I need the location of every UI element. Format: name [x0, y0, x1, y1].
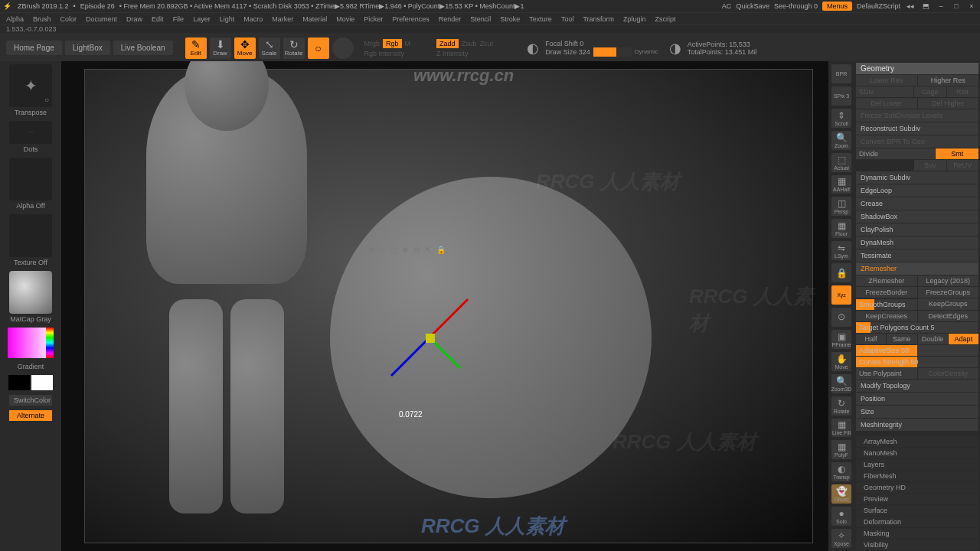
zoom-button[interactable]: 🔍Zoom: [831, 131, 851, 150]
menu-light[interactable]: Light: [220, 15, 235, 23]
menu-zscript[interactable]: Zscript: [655, 15, 676, 23]
gizmo-button[interactable]: ○: [308, 37, 329, 59]
section-surface[interactable]: Surface: [856, 505, 978, 516]
zsub-button[interactable]: Zsub: [462, 40, 477, 47]
section-fibermesh[interactable]: FiberMesh: [856, 471, 978, 481]
freeze-border-button[interactable]: FreezeBorder: [856, 287, 917, 298]
canvas-frame[interactable]: 0.0722 ⚙ ⌂ ⬚ ⊕ ⊙ ⇱ 🔒: [84, 69, 813, 543]
del-higher-button[interactable]: Del Higher: [918, 98, 979, 109]
section-edgeloop[interactable]: EdgeLoop: [856, 184, 978, 197]
scale-mode-button[interactable]: ⤡Scale: [259, 37, 280, 59]
home-page-button[interactable]: Home Page: [6, 41, 62, 55]
color-density-button[interactable]: ColorDensity: [918, 368, 979, 379]
menu-stroke[interactable]: Stroke: [500, 15, 520, 23]
section-dynamesh[interactable]: DynaMesh: [856, 236, 978, 249]
zoom3d-button[interactable]: 🔍Zoom3D: [831, 374, 851, 393]
position-section[interactable]: Position: [856, 393, 978, 405]
menu-brush[interactable]: Brush: [33, 15, 51, 23]
persp-button[interactable]: ◫Persp: [831, 197, 851, 216]
rstr-button[interactable]: Rstr: [947, 86, 979, 97]
pin-icon[interactable]: ⬒: [920, 2, 931, 10]
section-masking[interactable]: Masking: [856, 528, 978, 539]
reuv-button[interactable]: ReUV: [947, 160, 979, 171]
minimize-icon[interactable]: –: [936, 2, 946, 10]
del-lower-button[interactable]: Del Lower: [856, 98, 917, 109]
seethrough-slider[interactable]: See-through 0: [774, 2, 818, 10]
use-polypaint-button[interactable]: Use Polypaint: [856, 368, 917, 379]
quicksave-button[interactable]: QuickSave: [736, 2, 769, 10]
aahalf-button[interactable]: ▦AAHalf: [831, 175, 851, 194]
dynamic-button[interactable]: Dynamic: [635, 48, 658, 55]
polyf-button[interactable]: ▦PolyF: [831, 440, 851, 459]
zadd-button[interactable]: Zadd: [436, 39, 459, 48]
section-zremesher[interactable]: ZRemesher: [856, 262, 978, 275]
transpose-thumb[interactable]: ✦ ○: [9, 64, 52, 107]
gizmo-toolbar-icon[interactable]: ⚙ ⌂ ⬚ ⊕ ⊙ ⇱ 🔒: [368, 246, 447, 254]
menu-macro[interactable]: Macro: [243, 15, 263, 23]
menu-preferences[interactable]: Preferences: [392, 15, 430, 23]
section-shadowbox[interactable]: ShadowBox: [856, 210, 978, 223]
menu-transform[interactable]: Transform: [583, 15, 614, 23]
section-layers[interactable]: Layers: [856, 459, 978, 470]
close-icon[interactable]: ×: [966, 2, 977, 10]
live-boolean-button[interactable]: Live Boolean: [113, 41, 173, 55]
xyz-button[interactable]: Xyz: [831, 285, 851, 305]
rgb-button[interactable]: Rgb: [383, 39, 402, 48]
size-section[interactable]: Size: [856, 406, 978, 418]
keep-groups-button[interactable]: KeepGroups: [918, 298, 979, 310]
solo-button[interactable]: ●Solo: [831, 507, 851, 526]
xpose-button[interactable]: ✧Xpose: [831, 529, 851, 548]
switch-color-button[interactable]: SwitchColor: [9, 395, 52, 406]
center-button[interactable]: ⊙: [831, 308, 851, 327]
section-preview[interactable]: Preview: [856, 494, 978, 504]
section-tessimate[interactable]: Tessimate: [856, 249, 978, 262]
spix-button[interactable]: SPix 3: [831, 86, 851, 106]
color-picker[interactable]: [8, 328, 54, 358]
half-button[interactable]: Half: [856, 334, 886, 344]
higher-res-button[interactable]: Higher Res: [918, 75, 979, 86]
draw-size-slider[interactable]: [593, 47, 632, 57]
freeze-subdiv-button[interactable]: Freeze SubDivision Levels: [856, 109, 978, 122]
geometry-header[interactable]: Geometry: [856, 63, 978, 74]
same-button[interactable]: Same: [887, 334, 916, 344]
modify-topology-section[interactable]: Modify Topology: [856, 380, 978, 392]
m-label[interactable]: M: [405, 40, 411, 47]
convert-bpr-button[interactable]: Convert BPR To Geo: [856, 135, 978, 148]
menu-alpha[interactable]: Alpha: [6, 15, 24, 23]
section-dynamic-subdiv[interactable]: Dynamic Subdiv: [856, 171, 978, 184]
menu-edit[interactable]: Edit: [152, 15, 164, 23]
menu-stencil[interactable]: Stencil: [470, 15, 491, 23]
menu-color[interactable]: Color: [60, 15, 77, 23]
default-zscript[interactable]: DefaultZScript: [857, 2, 900, 10]
double-button[interactable]: Double: [918, 334, 948, 344]
texture-thumb[interactable]: [9, 214, 52, 257]
linefill-button[interactable]: ▦Line Fill: [831, 419, 851, 438]
draw-mode-button[interactable]: ⬇Draw: [210, 37, 231, 59]
pframe-button[interactable]: ▣PFrame: [831, 330, 851, 349]
actual-button[interactable]: ⬚Actual: [831, 153, 851, 172]
focal-dial-icon[interactable]: ◐: [527, 40, 539, 57]
lightbox-button[interactable]: LightBox: [65, 41, 110, 55]
dots-thumb[interactable]: ⋯: [9, 121, 52, 144]
menus-button[interactable]: Menus: [822, 2, 852, 11]
suv-button[interactable]: Suv: [914, 160, 946, 171]
target-polys-slider[interactable]: Target Polygons Count 5: [859, 324, 935, 331]
focal-shift[interactable]: Focal Shift 0: [545, 40, 658, 47]
adapt-button[interactable]: Adapt: [949, 334, 978, 344]
reconstruct-button[interactable]: Reconstruct Subdiv: [856, 122, 978, 135]
menu-zplugin[interactable]: Zplugin: [623, 15, 646, 23]
cage-button[interactable]: Cage: [914, 86, 946, 97]
lock-button[interactable]: 🔒: [831, 263, 851, 282]
zremesher-button[interactable]: ZRemesher: [856, 276, 917, 286]
menu-layer[interactable]: Layer: [193, 15, 211, 23]
sdiv-slider[interactable]: SDiv: [856, 86, 913, 97]
divide-button[interactable]: Divide: [856, 148, 935, 159]
floor-button[interactable]: ▦Floor: [831, 219, 851, 238]
section-deformation[interactable]: Deformation: [856, 517, 978, 527]
undo-icon[interactable]: ◂◂: [905, 2, 916, 10]
menu-render[interactable]: Render: [439, 15, 462, 23]
section-nanomesh[interactable]: NanoMesh: [856, 448, 978, 458]
section-geometryhd[interactable]: Geometry HD: [856, 482, 978, 493]
menu-draw[interactable]: Draw: [126, 15, 142, 23]
menu-marker[interactable]: Marker: [272, 15, 293, 23]
